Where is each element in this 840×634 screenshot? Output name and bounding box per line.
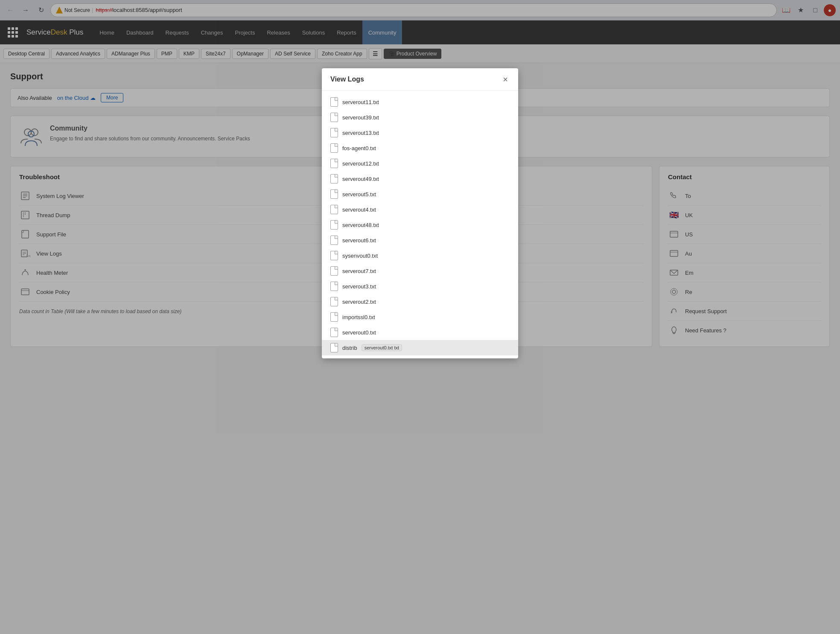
log-filename: serverout3.txt [342, 283, 376, 290]
modal-title: View Logs [330, 76, 364, 83]
modal-body: serverout11.txtserverout39.txtserverout1… [322, 91, 518, 358]
file-icon [330, 128, 338, 137]
log-filename: sysenvout0.txt [342, 253, 378, 259]
log-filename: serverout6.txt [342, 237, 376, 244]
log-item[interactable]: serverout5.txt [322, 186, 518, 202]
file-icon [330, 236, 338, 245]
log-item[interactable]: serverout49.txt [322, 171, 518, 186]
modal-overlay[interactable]: View Logs × serverout11.txtserverout39.t… [0, 0, 840, 634]
file-icon [330, 174, 338, 183]
log-item[interactable]: serverout39.txt [322, 110, 518, 125]
log-item[interactable]: serverout13.txt [322, 125, 518, 140]
view-logs-modal: View Logs × serverout11.txtserverout39.t… [322, 68, 518, 358]
file-icon [330, 251, 338, 260]
log-item[interactable]: distribserverout0.txt txt [322, 340, 518, 355]
file-icon [330, 220, 338, 230]
log-item[interactable]: sysenvout0.txt [322, 248, 518, 263]
log-item[interactable]: serverout2.txt [322, 294, 518, 309]
file-icon [330, 113, 338, 122]
file-icon [330, 312, 338, 322]
tooltip-badge: serverout0.txt txt [362, 344, 402, 351]
log-filename: serverout11.txt [342, 99, 379, 105]
file-icon [330, 159, 338, 168]
log-filename: serverout7.txt [342, 268, 376, 274]
log-filename: serverout49.txt [342, 176, 379, 182]
file-icon [330, 143, 338, 153]
modal-close-button[interactable]: × [501, 75, 510, 84]
log-item[interactable]: serverout1.txt [322, 355, 518, 358]
file-icon [330, 97, 338, 107]
file-icon [330, 343, 338, 352]
log-filename: serverout39.txt [342, 114, 379, 121]
log-filename: serverout13.txt [342, 130, 379, 136]
file-icon [330, 205, 338, 214]
log-filename: fos-agent0.txt [342, 145, 376, 151]
log-item[interactable]: serverout6.txt [322, 233, 518, 248]
file-icon [330, 328, 338, 337]
file-icon [330, 266, 338, 276]
log-item[interactable]: serverout0.txt [322, 325, 518, 340]
log-filename: serverout48.txt [342, 222, 379, 228]
log-item[interactable]: serverout48.txt [322, 217, 518, 233]
file-icon [330, 282, 338, 291]
log-filename: serverout0.txt [342, 329, 376, 336]
log-item[interactable]: serverout3.txt [322, 279, 518, 294]
log-item[interactable]: fos-agent0.txt [322, 140, 518, 156]
modal-header: View Logs × [322, 68, 518, 91]
log-item[interactable]: serverout12.txt [322, 156, 518, 171]
log-filename: serverout4.txt [342, 206, 376, 213]
file-icon [330, 189, 338, 199]
log-item[interactable]: serverout7.txt [322, 263, 518, 279]
log-item[interactable]: serverout4.txt [322, 202, 518, 217]
log-filename: serverout12.txt [342, 160, 379, 167]
log-filename: serverout2.txt [342, 299, 376, 305]
log-filename: serverout5.txt [342, 191, 376, 198]
log-filename: distrib [342, 345, 357, 351]
log-item[interactable]: serverout11.txt [322, 94, 518, 110]
file-icon [330, 297, 338, 306]
log-item[interactable]: importssl0.txt [322, 309, 518, 325]
log-filename: importssl0.txt [342, 314, 375, 320]
